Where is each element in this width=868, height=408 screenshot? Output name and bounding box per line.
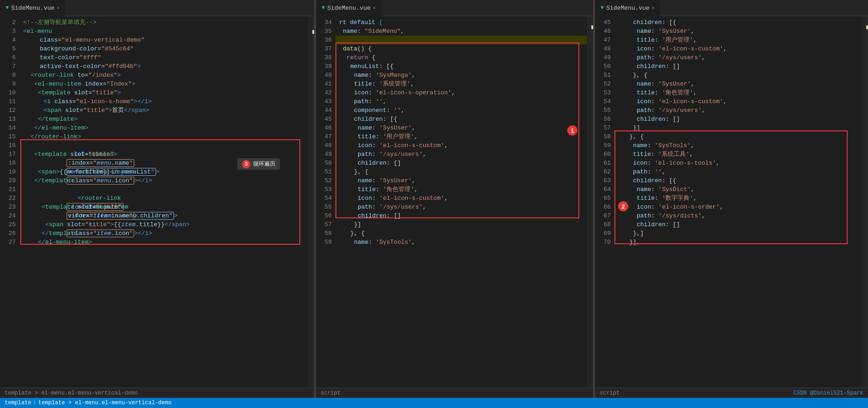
code-line: }, {: [614, 132, 862, 141]
code-line: name: 'SysTools',: [614, 141, 862, 150]
code-line: path: '',: [614, 167, 862, 176]
code-line: data() {: [335, 44, 587, 53]
code-line: name: 'SysUser',: [335, 124, 587, 132]
code-line: children: [{: [614, 176, 862, 185]
code-line-24: <i :class="item.icon"></i>: [19, 211, 308, 220]
code-line: [335, 36, 587, 44]
code-line: children: [{: [614, 18, 862, 27]
code-line: title: '角色管理',: [614, 88, 862, 97]
code-line: name: 'SysUser',: [335, 176, 587, 185]
code-line: name: 'SysManga',: [335, 71, 587, 80]
code-line: name: 'SysUser',: [614, 80, 862, 88]
bottom-status-bar: template › template > el-menu.el-menu-ve…: [0, 398, 868, 408]
code-content-2[interactable]: 1 rt default { name: "SideMenu", data() …: [335, 16, 587, 388]
code-line: rt default {: [335, 18, 587, 27]
code-line: name: 'SysTools',: [335, 238, 587, 247]
badge-1: 1: [567, 125, 577, 136]
code-line: title: '角色管理',: [335, 185, 587, 194]
status-text-panel1: template > el-menu.el-menu-vertical-demo: [5, 390, 138, 396]
code-line: <el-menu-item index="Index">: [19, 80, 308, 88]
badge-2-container: 2: [618, 201, 628, 211]
panel-tab-close-3[interactable]: ✕: [652, 5, 655, 11]
code-line: },]: [614, 229, 862, 238]
code-line: }, {: [614, 71, 862, 80]
code-line: icon: 'el-icon-s-custom',: [614, 44, 862, 53]
status-text-panel2: script: [321, 390, 341, 396]
status-bar-panel1: template > el-menu.el-menu-vertical-demo: [0, 388, 314, 398]
editor-container: ▼ SideMenu.vue ✕ 234567 8910111213 14151…: [0, 0, 868, 408]
vue-icon-3: ▼: [601, 5, 604, 11]
tooltip-text-3: 循环遍历: [253, 160, 275, 168]
badge-1-container: 1: [567, 125, 577, 136]
panel-tab-3[interactable]: ▼ SideMenu.vue ✕: [595, 0, 660, 16]
code-line: title: '用户管理',: [335, 132, 587, 141]
vue-icon-2: ▼: [322, 5, 325, 11]
code-line: <i class="el-icon-s-home"></i>: [19, 97, 308, 106]
code-line-18: <i :class="menu.icon"></i> 3 循环遍历: [19, 159, 308, 167]
code-line: background-color="#545c64": [19, 44, 308, 53]
code-line: class="el-menu-vertical-demo": [19, 36, 308, 44]
code-line: name: 'SysDict',: [614, 185, 862, 194]
editor-panel-3: ▼ SideMenu.vue ✕ 454647484950 5152535455…: [595, 0, 868, 398]
code-line: active-text-color="#ffd04b">: [19, 62, 308, 71]
code-line: text-color="#fff": [19, 53, 308, 62]
status-bar-panel2: script: [316, 388, 593, 398]
code-line: title: '系统管理',: [335, 80, 587, 88]
code-line: children: []: [335, 159, 587, 167]
code-area-3: 454647484950 515253545556 575859606162 6…: [595, 16, 868, 388]
scrollbar-panel2[interactable]: [587, 16, 593, 388]
code-line: icon: 'el-icon-s-custom',: [335, 194, 587, 203]
code-line-16: <el-submenu :index="menu.name" v-for="me…: [19, 141, 308, 150]
code-line-25: <span slot="title">{{item.title}}</span>: [19, 220, 308, 229]
code-line: }]: [614, 124, 862, 132]
code-line-26: </template>: [19, 229, 308, 238]
code-line-23: <template slot="title">: [19, 203, 308, 211]
scrollbar-panel1[interactable]: [308, 16, 314, 388]
code-line-22: <el-menu-item :index="item.name">: [19, 194, 308, 203]
vue-icon-1: ▼: [6, 5, 9, 11]
panel-tab-label-1: SideMenu.vue: [11, 5, 55, 12]
code-line: children: []: [614, 115, 862, 124]
code-line: <template slot="title">: [19, 88, 308, 97]
code-line: component: '',: [335, 106, 587, 115]
code-line: }],: [614, 238, 862, 247]
status-text-panel3: script: [600, 390, 620, 396]
code-line: }, {: [335, 167, 587, 176]
code-line-17: <template slot="title">: [19, 150, 308, 159]
status-template: template: [5, 400, 31, 406]
code-content-3[interactable]: 2 children: [{ name: 'SysUser', title: '…: [614, 16, 862, 388]
code-line: children: []: [614, 62, 862, 71]
code-content-1[interactable]: <!--左侧导航菜单填充--> <el-menu class="el-menu-…: [19, 16, 308, 388]
code-area-1: 234567 8910111213 141516171819 202122232…: [0, 16, 314, 388]
editor-panel-1: ▼ SideMenu.vue ✕ 234567 8910111213 14151…: [0, 0, 315, 398]
line-numbers-3: 454647484950 515253545556 575859606162 6…: [595, 16, 614, 388]
code-line: path: '/sys/users',: [614, 106, 862, 115]
code-line: name: "SideMenu",: [335, 27, 587, 36]
scrollbar-panel3[interactable]: [862, 16, 868, 388]
code-line: path: '',: [335, 97, 587, 106]
watermark: CSDN @Daniel521-Spark: [794, 390, 863, 396]
code-line: </router-link>: [19, 132, 308, 141]
code-line-20: </template>: [19, 176, 308, 185]
panel-tabs-3: ▼ SideMenu.vue ✕: [595, 0, 868, 16]
panel-tab-close-1[interactable]: ✕: [57, 5, 60, 11]
line-numbers-1: 234567 8910111213 141516171819 202122232…: [0, 16, 19, 388]
panel-tabs-2: ▼ SideMenu.vue ✕: [316, 0, 593, 16]
code-line: icon: 'el-icon-s-order',: [614, 203, 862, 211]
code-line: }]: [335, 220, 587, 229]
code-line: children: []: [614, 220, 862, 229]
panel-tab-close-2[interactable]: ✕: [373, 5, 376, 11]
code-line: icon: 'el-icon-s-custom',: [335, 141, 587, 150]
code-line: <!--左侧导航菜单填充-->: [19, 18, 308, 27]
code-line: icon: 'el-icon-s-custom',: [614, 97, 862, 106]
panel-tab-1[interactable]: ▼ SideMenu.vue ✕: [0, 0, 65, 16]
line-numbers-2: 343536373839 404142434445 464748495051 5…: [316, 16, 335, 388]
status-breadcrumb: template > el-menu.el-menu-vertical-demo: [38, 400, 172, 406]
code-line: path: '/sys/users',: [614, 53, 862, 62]
panel-tab-2[interactable]: ▼ SideMenu.vue ✕: [316, 0, 381, 16]
code-line-21: <router-link :to="item.path" v-for="item…: [19, 185, 308, 194]
badge-3: 3: [242, 160, 250, 168]
panel-tab-label-3: SideMenu.vue: [606, 5, 650, 12]
panel-tabs-1: ▼ SideMenu.vue ✕: [0, 0, 314, 16]
status-separator: ›: [33, 400, 37, 406]
